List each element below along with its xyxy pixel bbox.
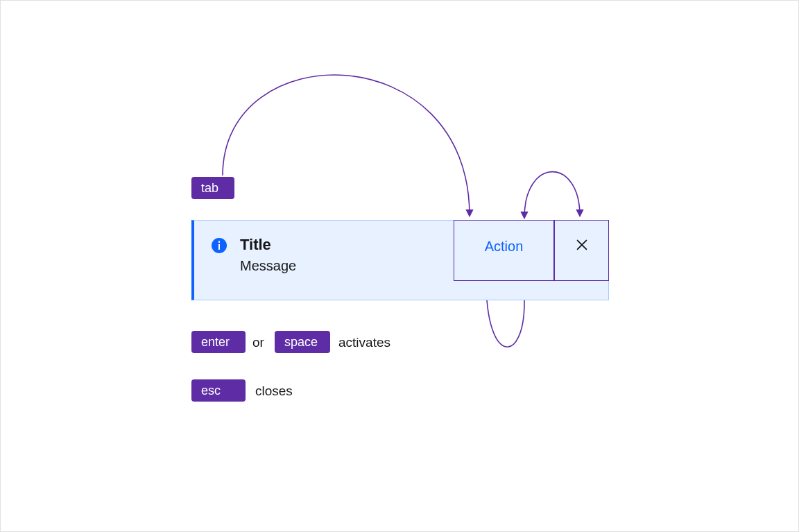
key-space: space (275, 331, 330, 353)
notification: Title Message Action (191, 220, 609, 300)
key-enter: enter (191, 331, 246, 353)
close-button[interactable] (553, 220, 609, 281)
action-button[interactable]: Action (454, 220, 554, 281)
caption-closes: closes (255, 384, 293, 399)
notification-title: Title (240, 236, 296, 254)
notification-content: Title Message (194, 221, 454, 300)
svg-rect-2 (218, 241, 220, 243)
key-tab: tab (191, 177, 234, 199)
info-icon (211, 237, 227, 254)
caption-or: or (252, 335, 264, 350)
caption-activates: activates (338, 335, 390, 350)
notification-text: Title Message (240, 236, 296, 274)
key-label: space (284, 335, 318, 349)
diagram-stage: tab Title Message Action enter or space … (0, 0, 799, 532)
key-label: tab (201, 181, 218, 195)
notification-message: Message (240, 258, 296, 274)
key-esc: esc (191, 379, 246, 402)
key-label: enter (201, 335, 230, 349)
key-label: esc (201, 384, 221, 397)
svg-rect-1 (218, 244, 220, 250)
close-icon (574, 237, 590, 252)
action-label: Action (485, 239, 524, 255)
